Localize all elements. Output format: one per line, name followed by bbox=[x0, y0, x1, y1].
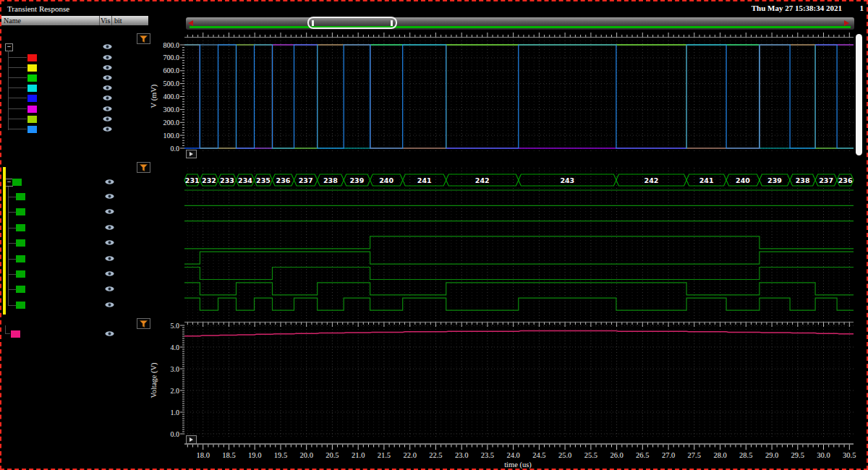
axis-tick-label: 400.0 bbox=[163, 93, 180, 101]
axis-tick-label: 200.0 bbox=[163, 119, 180, 127]
bus-value-label: 235 bbox=[256, 176, 271, 184]
trace-mybus-bit-4[interactable] bbox=[184, 236, 854, 249]
trace-/data<4>[interactable] bbox=[184, 45, 854, 148]
thumb-right-grip[interactable] bbox=[391, 20, 393, 26]
axis-tick-label: 21.5 bbox=[378, 451, 391, 459]
bus-value-label: 242 bbox=[644, 176, 659, 184]
filter-button-panel1[interactable] bbox=[137, 33, 150, 44]
vertical-scrollbar-thumb[interactable] bbox=[856, 34, 862, 155]
axis-tick-label: 28.0 bbox=[713, 451, 726, 459]
filter-button-panel2[interactable] bbox=[137, 162, 150, 173]
play-icon bbox=[190, 152, 193, 156]
trace-mybus-bit-1[interactable] bbox=[184, 283, 854, 295]
waveform-window: Transient Response Thu May 27 15:38:34 2… bbox=[0, 0, 868, 470]
bus-value-label: 231 bbox=[185, 176, 200, 184]
scrollbar-thumb[interactable] bbox=[307, 17, 397, 29]
scroll-left-arrow-icon[interactable] bbox=[188, 20, 193, 26]
axis-tick-label: 300.0 bbox=[163, 106, 180, 114]
axis-tick-label: 100.0 bbox=[163, 132, 180, 140]
y-axis-title-voltage: Voltage (V) bbox=[150, 362, 158, 398]
trace-mybus-bit-3[interactable] bbox=[184, 252, 854, 264]
time-axis-title: time (us) bbox=[504, 461, 532, 469]
play-marker-button-panel1[interactable] bbox=[186, 150, 197, 158]
axis-tick-label: 22.5 bbox=[429, 451, 442, 459]
axis-tick-label: 24.0 bbox=[506, 451, 519, 459]
axis-tick-label: 700.0 bbox=[163, 54, 180, 61]
axis-tick-label: 800.0 bbox=[163, 41, 180, 49]
trace-mybus-bit-2[interactable] bbox=[184, 268, 854, 280]
bus-value-label: 234 bbox=[238, 176, 252, 184]
axis-tick-label: 18.0 bbox=[197, 451, 210, 459]
bus-value-label: 241 bbox=[699, 176, 714, 184]
axis-tick-label: 4.0 bbox=[171, 343, 180, 351]
axis-tick-label: 600.0 bbox=[163, 67, 180, 74]
bus-value-label: 238 bbox=[796, 176, 810, 184]
trace-mybus-bit-0[interactable] bbox=[184, 298, 854, 310]
axis-tick-label: 20.5 bbox=[326, 451, 339, 459]
axis-tick-label: 30.0 bbox=[817, 451, 830, 459]
y-axis-title-mv: V (mV) bbox=[150, 84, 158, 108]
trace-/data<2>[interactable] bbox=[184, 45, 854, 148]
bus-value-label: 240 bbox=[736, 176, 750, 184]
axis-tick-label: 25.0 bbox=[558, 451, 571, 459]
axis-tick-label: 27.5 bbox=[688, 451, 701, 459]
trace-/data<3>[interactable] bbox=[184, 45, 854, 148]
axis-tick-label: 18.5 bbox=[222, 451, 235, 459]
trace-d2a-mybus[interactable] bbox=[184, 331, 854, 336]
trace-/data<1>[interactable] bbox=[184, 45, 854, 148]
traces: 2312322332342352362372382392402412422432… bbox=[184, 45, 854, 336]
axis-tick-label: 1.0 bbox=[171, 409, 180, 416]
bus-value-label: 239 bbox=[767, 176, 782, 184]
axis-tick-label: 24.5 bbox=[532, 451, 545, 459]
bus-value-label: 239 bbox=[349, 176, 364, 184]
axis-tick-label: 20.0 bbox=[300, 451, 313, 459]
bus-value-label: 236 bbox=[838, 176, 853, 184]
bus-value-label: 237 bbox=[299, 176, 313, 184]
bus-value-label: 242 bbox=[475, 176, 490, 184]
axis-tick-label: 19.5 bbox=[274, 451, 287, 459]
waveform-canvas[interactable]: 2312322332342352362372382392402412422432… bbox=[1, 1, 868, 470]
axis-tick-label: 22.0 bbox=[404, 451, 417, 459]
axis-tick-label: 30.5 bbox=[843, 451, 856, 459]
thumb-left-grip[interactable] bbox=[312, 20, 314, 26]
bus-value-label: 241 bbox=[417, 176, 432, 184]
funnel-icon bbox=[140, 164, 148, 171]
axis-tick-label: 26.0 bbox=[610, 451, 623, 459]
axis-tick-label: 0.0 bbox=[171, 145, 180, 153]
play-marker-button-panel3[interactable] bbox=[186, 435, 197, 444]
axis-tick-label: 25.5 bbox=[584, 451, 597, 459]
axis-tick-label: 28.5 bbox=[739, 451, 752, 459]
axis-tick-label: 27.0 bbox=[662, 451, 675, 459]
bus-value-label: 240 bbox=[379, 176, 393, 184]
axis-tick-label: 19.0 bbox=[248, 451, 261, 459]
full-extent-indicator bbox=[190, 26, 851, 28]
horizontal-scrollbar[interactable] bbox=[186, 17, 854, 30]
filter-button-panel3[interactable] bbox=[137, 318, 150, 329]
play-icon bbox=[190, 437, 193, 442]
axis-tick-label: 29.5 bbox=[791, 451, 804, 459]
axis-tick-label: 26.5 bbox=[636, 451, 649, 459]
axis-tick-label: 0.0 bbox=[171, 430, 180, 438]
trace-/data<0>[interactable] bbox=[184, 45, 854, 148]
scroll-right-arrow-icon[interactable] bbox=[844, 20, 849, 26]
axis-rulers bbox=[180, 33, 854, 450]
axis-tick-label: 3.0 bbox=[171, 365, 180, 373]
axis-tick-label: 23.5 bbox=[481, 451, 494, 459]
funnel-icon bbox=[140, 320, 148, 328]
bus-value-label: 238 bbox=[323, 176, 338, 184]
bus-value-label: 243 bbox=[560, 176, 574, 184]
bus-value-label: 233 bbox=[220, 176, 234, 184]
axis-tick-label: 5.0 bbox=[171, 322, 180, 330]
bus-value-label: 236 bbox=[276, 176, 291, 184]
axis-tick-label: 21.0 bbox=[352, 451, 365, 459]
axis-tick-label: 29.0 bbox=[765, 451, 778, 459]
axis-tick-label: 500.0 bbox=[163, 80, 180, 87]
axis-tick-label: 2.0 bbox=[171, 387, 180, 395]
bus-value-label: 232 bbox=[202, 176, 216, 184]
grid bbox=[184, 38, 854, 439]
funnel-icon bbox=[140, 35, 148, 43]
axis-tick-label: 23.0 bbox=[455, 451, 468, 459]
bus-value-label: 237 bbox=[819, 176, 833, 184]
